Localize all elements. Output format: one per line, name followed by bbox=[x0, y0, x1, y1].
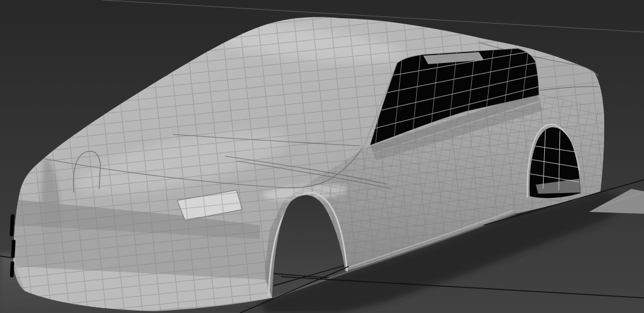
viewport-3d[interactable] bbox=[0, 0, 644, 313]
viewport-canvas[interactable] bbox=[0, 0, 644, 313]
